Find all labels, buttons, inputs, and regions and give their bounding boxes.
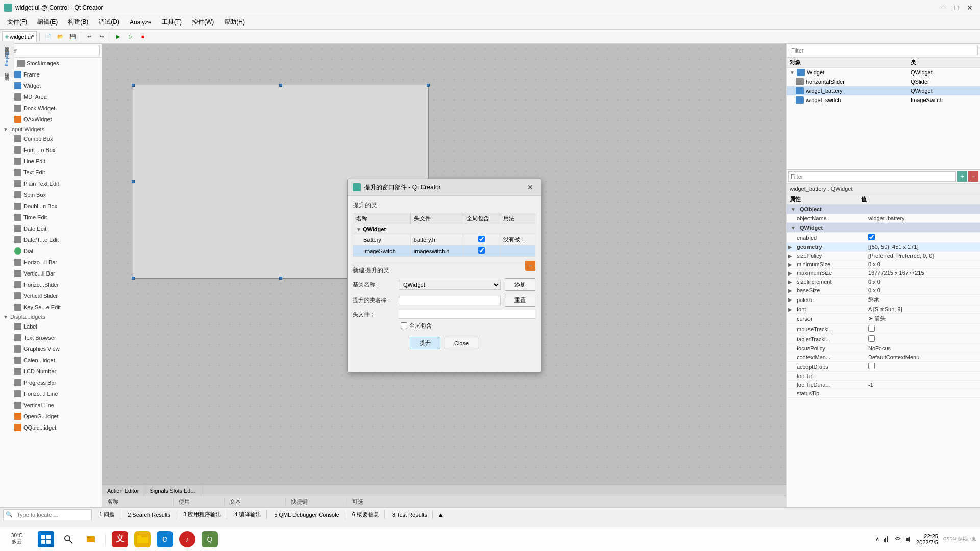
taskbar-music-button[interactable]: ♪ xyxy=(177,529,198,549)
taskbar-edge-button[interactable]: e xyxy=(155,529,175,549)
toolbar-debug[interactable]: ▷ xyxy=(125,31,136,42)
props-sizeinc[interactable]: ▶ sizeIncrement 0 x 0 xyxy=(787,278,980,286)
remove-entry-button[interactable]: − xyxy=(525,261,535,271)
props-tooltip[interactable]: toolTip xyxy=(787,372,980,381)
close-button[interactable]: Close xyxy=(445,337,478,349)
toolbar-run[interactable]: ▶ xyxy=(113,31,124,42)
expand-sizepolicy-icon[interactable]: ▶ xyxy=(787,253,794,259)
sidebar-item-plaintextedit[interactable]: Plain Text Edit xyxy=(0,178,102,189)
tree-item-battery[interactable]: widget_battery QWidget xyxy=(787,86,980,95)
file-tab-label[interactable]: widget.ui* xyxy=(10,34,34,40)
toolbar-save[interactable]: 💾 xyxy=(67,31,78,42)
sidebar-section-input[interactable]: ▼ Input Widgets xyxy=(0,125,102,133)
props-section-qwidget[interactable]: ▼ QWidget xyxy=(787,223,980,233)
status-tab-qml[interactable]: 5 QML Debugger Console xyxy=(269,511,345,519)
sidebar-item-widget[interactable]: Widget xyxy=(0,80,102,91)
props-sizepolicy[interactable]: ▶ sizePolicy [Preferred, Preferred, 0, 0… xyxy=(787,252,980,260)
expand-font-icon[interactable]: ▶ xyxy=(787,307,794,312)
toolbar-open[interactable]: 📂 xyxy=(55,31,66,42)
status-tab-test[interactable]: 8 Test Results xyxy=(387,511,433,519)
menu-file[interactable]: 文件(F) xyxy=(2,16,32,29)
props-cursor[interactable]: cursor ➤ 箭头 xyxy=(787,314,980,324)
right-filter-input[interactable] xyxy=(789,46,978,55)
tree-item-hslider[interactable]: horizontalSlider QSlider xyxy=(787,77,980,86)
status-up-button[interactable]: ▲ xyxy=(435,511,447,519)
props-font[interactable]: ▶ font A [SimSun, 9] xyxy=(787,305,980,314)
status-tab-problems[interactable]: 1 问题 xyxy=(94,510,120,519)
sidebar-item-hslider[interactable]: Horizo...Slider xyxy=(0,279,102,290)
global-include-checkbox[interactable] xyxy=(401,322,407,329)
props-basesize[interactable]: ▶ baseSize 0 x 0 xyxy=(787,286,980,295)
taskbar-search-button[interactable] xyxy=(58,529,79,549)
sidebar-item-spinbox[interactable]: Spin Box xyxy=(0,189,102,201)
sidebar-item-frame[interactable]: Frame xyxy=(0,69,102,80)
promote-class-input[interactable] xyxy=(399,296,501,305)
expand-minsize-icon[interactable]: ▶ xyxy=(787,262,794,267)
sidebar-item-textbrowser[interactable]: Text Browser xyxy=(0,332,102,343)
status-tab-search[interactable]: 2 Search Results xyxy=(122,511,176,519)
mousetracking-checkbox[interactable] xyxy=(868,325,875,332)
sidebar-item-combobox[interactable]: Combo Box xyxy=(0,133,102,144)
tablettracking-checkbox[interactable] xyxy=(868,335,875,342)
reset-button[interactable]: 重置 xyxy=(505,294,535,307)
props-enabled[interactable]: enabled xyxy=(787,233,980,243)
toolbar-new[interactable]: 📄 xyxy=(42,31,54,42)
type-to-locate-input[interactable] xyxy=(15,511,91,518)
expand-palette-icon[interactable]: ▶ xyxy=(787,297,794,303)
dialog-close-button[interactable]: ✕ xyxy=(525,182,535,192)
props-maxsize[interactable]: ▶ maximumSize 16777215 x 16777215 xyxy=(787,269,980,278)
table-imageswitch-row[interactable]: ImageSwitch imageswitch.h xyxy=(353,245,535,257)
table-battery-row[interactable]: Battery battery.h 没有被... xyxy=(353,234,535,245)
sidebar-item-qquick[interactable]: QQuic...idget xyxy=(0,422,102,433)
taskbar-files-button[interactable] xyxy=(81,529,101,549)
canvas-area[interactable]: Action Editor Signals Slots Ed... 名称 使用 … xyxy=(102,44,786,507)
menu-edit[interactable]: 编辑(E) xyxy=(32,16,63,29)
promote-button[interactable]: 提升 xyxy=(410,337,440,349)
tree-item-switch[interactable]: widget_switch ImageSwitch xyxy=(787,95,980,105)
expand-geometry-icon[interactable]: ▶ xyxy=(787,244,794,250)
menu-debug[interactable]: 调试(D) xyxy=(93,16,125,29)
close-button[interactable]: ✕ xyxy=(964,3,976,13)
taskbar-clock[interactable]: 22:25 2022/7/5 xyxy=(916,533,938,545)
sidebar-item-graphicsview[interactable]: Graphics View xyxy=(0,343,102,355)
imageswitch-global-include[interactable] xyxy=(478,247,485,254)
props-tablettracking[interactable]: tabletTracki... xyxy=(787,334,980,344)
props-mousetracking[interactable]: mouseTracki... xyxy=(787,324,980,334)
props-add-button[interactable]: + xyxy=(957,171,967,182)
taskbar-redapp-button[interactable]: 义 xyxy=(110,529,130,549)
sidebar-item-timeedit[interactable]: Time Edit xyxy=(0,212,102,223)
sidebar-item-opengl[interactable]: OpenG...idget xyxy=(0,411,102,422)
props-remove-button[interactable]: − xyxy=(968,171,978,182)
maximize-button[interactable]: □ xyxy=(950,3,963,13)
sidebar-item-dial[interactable]: Dial xyxy=(0,245,102,257)
sidebar-item-lineedit[interactable]: Line Edit xyxy=(0,156,102,167)
toolbar-undo[interactable]: ↩ xyxy=(84,31,95,42)
props-geometry[interactable]: ▶ geometry [(50, 50), 451 x 271] xyxy=(787,243,980,252)
tree-item-widget[interactable]: ▼ Widget QWidget xyxy=(787,68,980,77)
sidebar-item-hscrollbar[interactable]: Horizo...ll Bar xyxy=(0,257,102,268)
add-button[interactable]: 添加 xyxy=(505,278,535,291)
taskbar-qtcreator-button[interactable]: Q xyxy=(200,529,220,549)
status-tab-appout[interactable]: 3 应用程序输出 xyxy=(178,510,227,519)
toolbar-stop[interactable]: ■ xyxy=(137,31,149,42)
sidebar-item-vline[interactable]: Vertical Line xyxy=(0,399,102,411)
expand-maxsize-icon[interactable]: ▶ xyxy=(787,270,794,276)
header-file-input[interactable] xyxy=(399,310,535,319)
expand-basesize-icon[interactable]: ▶ xyxy=(787,288,794,293)
sidebar-item-keyseq[interactable]: Key Se...e Edit xyxy=(0,302,102,313)
sidebar-item-mdiarea[interactable]: MDI Area xyxy=(0,91,102,103)
menu-build[interactable]: 构建(B) xyxy=(63,16,93,29)
props-section-qobject[interactable]: ▼ QObject xyxy=(787,205,980,214)
sidebar-item-progressbar[interactable]: Progress Bar xyxy=(0,377,102,388)
battery-global-include[interactable] xyxy=(478,236,485,242)
minimize-button[interactable]: ─ xyxy=(937,3,949,13)
sidebar-item-hline[interactable]: Horizo...l Line xyxy=(0,388,102,399)
sidebar-item-label[interactable]: Label xyxy=(0,321,102,332)
props-focuspolicy[interactable]: focusPolicy NoFocus xyxy=(787,344,980,353)
sidebar-item-stockimages[interactable]: ▼ StockImages xyxy=(0,58,102,69)
sidebar-item-vscrollbar[interactable]: Vertic...ll Bar xyxy=(0,268,102,279)
enabled-checkbox[interactable] xyxy=(868,234,875,240)
menu-tools[interactable]: 工具(T) xyxy=(157,16,187,29)
sidebar-item-dockwidget[interactable]: Dock Widget xyxy=(0,103,102,114)
sidebar-filter-input[interactable] xyxy=(2,46,100,55)
